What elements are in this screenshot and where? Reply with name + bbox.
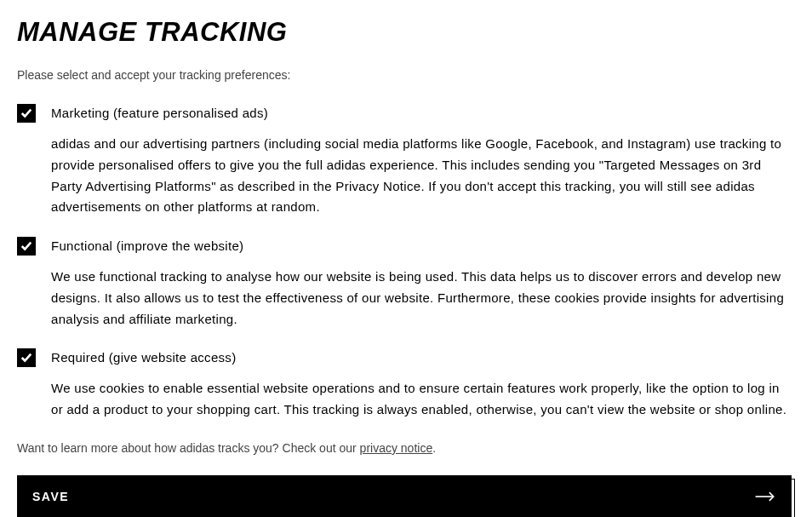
option-functional: Functional (improve the website) We use … — [17, 238, 795, 330]
check-icon — [20, 352, 32, 364]
save-button[interactable]: SAVE — [17, 475, 792, 517]
check-icon — [20, 107, 32, 119]
option-body: Required (give website access) We use co… — [51, 350, 795, 421]
save-button-wrap: SAVE — [17, 475, 795, 517]
option-marketing: Marketing (feature personalised ads) adi… — [17, 106, 795, 218]
page-title: MANAGE TRACKING — [17, 17, 795, 48]
arrow-right-icon — [754, 490, 776, 503]
privacy-notice-link[interactable]: privacy notice — [360, 441, 433, 455]
checkbox-required[interactable] — [17, 348, 36, 367]
footer-tail: . — [432, 441, 436, 455]
option-desc: We use cookies to enable essential websi… — [51, 378, 795, 421]
save-label: SAVE — [32, 490, 69, 503]
checkbox-functional[interactable] — [17, 237, 36, 256]
option-desc: We use functional tracking to analyse ho… — [51, 267, 795, 330]
option-body: Marketing (feature personalised ads) adi… — [51, 106, 795, 218]
option-body: Functional (improve the website) We use … — [51, 238, 795, 330]
footer-text: Want to learn more about how adidas trac… — [17, 441, 795, 455]
option-required: Required (give website access) We use co… — [17, 350, 795, 421]
footer-pre: Want to learn more about how adidas trac… — [17, 441, 360, 455]
check-icon — [20, 240, 32, 252]
subtitle: Please select and accept your tracking p… — [17, 68, 795, 82]
option-title: Required (give website access) — [51, 350, 795, 365]
option-title: Functional (improve the website) — [51, 238, 795, 253]
option-title: Marketing (feature personalised ads) — [51, 106, 795, 120]
checkbox-marketing[interactable] — [17, 104, 36, 123]
option-desc: adidas and our advertising partners (inc… — [51, 134, 795, 218]
